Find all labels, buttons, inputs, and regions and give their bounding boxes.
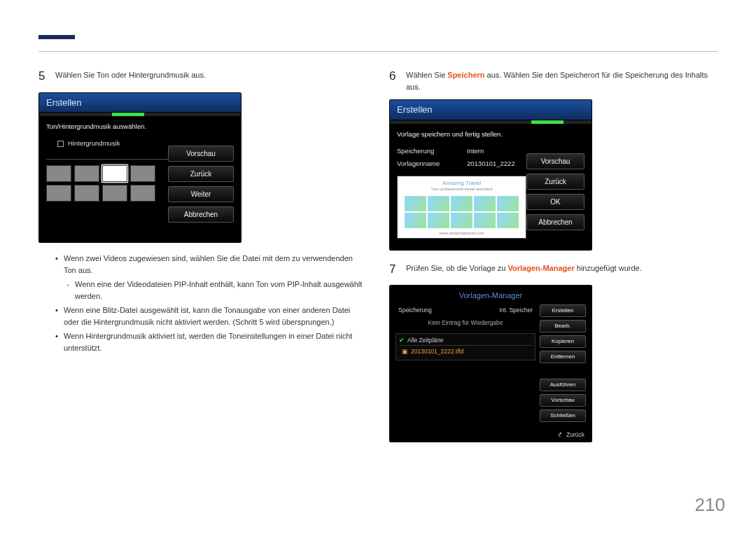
tm-storage-row: Speicherung Int. Speicher [396,304,536,316]
tm-copy-button[interactable]: Kopieren [540,335,586,348]
thumbnail[interactable] [130,165,155,182]
thumbnail[interactable] [46,185,71,202]
step-number: 6 [389,67,406,92]
field-storage: SpeicherungIntern [397,146,526,156]
step-text: Wählen Sie Speichern aus. Wählen Sie den… [406,67,718,92]
check-icon: ✔ [399,337,405,344]
tm-section-all[interactable]: ✔Alle Zeitpläne ▣20130101_2222.tlfd [396,333,536,360]
preview-button[interactable]: Vorschau [526,153,584,169]
thumbnail[interactable] [74,165,99,182]
return-icon: ↶ [556,432,566,437]
preview-tagline: Your professional travel assistant [398,186,526,192]
step-number: 7 [389,260,406,279]
next-button[interactable]: Weiter [168,186,234,202]
checkbox-label: Hintergrundmusik [68,139,120,148]
template-preview: Amazing Travel Your professional travel … [397,176,526,239]
tm-create-button[interactable]: Erstellen [540,304,586,317]
progress-bar [39,113,241,116]
cancel-button[interactable]: Abbrechen [168,206,234,223]
dialog-subtitle: Ton/Hintergrundmusik auswählen. [46,122,168,132]
progress-bar [390,120,592,124]
file-icon: ▣ [402,348,408,355]
preview-button[interactable]: Vorschau [168,146,234,162]
divider [46,159,168,160]
thumbnail[interactable] [74,185,99,202]
header-rule [38,35,718,52]
step-7: 7 Prüfen Sie, ob die Vorlage zu Vorlagen… [389,260,718,279]
screenshot-erstellen-save: Erstellen Vorlage speichern und fertig s… [389,99,592,251]
preview-url: www.amazingtravel.com [398,230,526,237]
dialog-title: Erstellen [39,93,241,113]
step-text: Prüfen Sie, ob die Vorlage zu Vorlagen-M… [406,260,642,279]
bgm-checkbox[interactable]: Hintergrundmusik [57,139,168,148]
step-number: 5 [38,67,55,85]
thumbnail-grid [46,165,168,202]
tm-close-button[interactable]: Schließen [540,409,586,422]
back-button[interactable]: Zurück [526,174,584,190]
right-column: 6 Wählen Sie Speichern aus. Wählen Sie d… [389,67,718,452]
step-5: 5 Wählen Sie Ton oder Hintergrundmusik a… [38,67,367,85]
checkbox-icon [57,141,64,147]
tm-no-entry: Kein Eintrag für Wiedergabe [396,316,536,330]
field-template-name: Vorlagenname20130101_2222 [397,159,526,169]
list-item: Wenn zwei Videos zugewiesen sind, wählen… [55,253,367,276]
dialog-title: Erstellen [390,100,592,120]
screenshot-erstellen-audio: Erstellen Ton/Hintergrundmusik auswählen… [38,92,241,244]
list-subitem: Wenn eine der Videodateien PIP-Inhalt en… [66,279,367,302]
step-text: Wählen Sie Ton oder Hintergrundmusik aus… [55,67,206,85]
thumbnail[interactable] [46,165,71,182]
step-6: 6 Wählen Sie Speichern aus. Wählen Sie d… [389,67,718,92]
left-column: 5 Wählen Sie Ton oder Hintergrundmusik a… [38,67,367,452]
tm-remove-button[interactable]: Entfernen [540,351,586,363]
thumbnail[interactable] [102,185,127,202]
thumbnail[interactable] [130,185,155,202]
screenshot-template-manager: Vorlagen-Manager Speicherung Int. Speich… [389,285,592,442]
ok-button[interactable]: OK [526,194,584,210]
page-number: 210 [695,494,725,516]
list-item: Wenn Hintergrundmusik aktiviert ist, wer… [55,330,367,353]
notes-list: Wenn zwei Videos zugewiesen sind, wählen… [55,253,367,353]
dialog-subtitle: Vorlage speichern und fertig stellen. [397,129,526,139]
tm-item[interactable]: ▣20130101_2222.tlfd [399,345,532,358]
list-item: Wenn eine Blitz-Datei ausgewählt ist, ka… [55,304,367,328]
tm-preview-button[interactable]: Vorschau [540,394,586,407]
tm-edit-button[interactable]: Bearb. [540,320,586,332]
back-button[interactable]: Zurück [168,166,234,182]
tm-title: Vorlagen-Manager [390,286,592,304]
tm-run-button[interactable]: Ausführen [540,379,586,391]
thumbnail-selected[interactable] [102,165,127,182]
cancel-button[interactable]: Abbrechen [526,214,584,230]
tm-back-hint: ↶Zurück [390,428,592,442]
